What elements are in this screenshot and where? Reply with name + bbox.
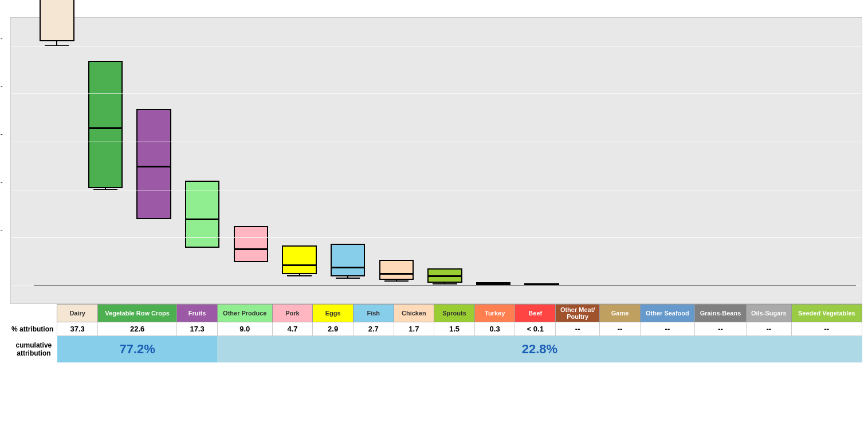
attr-value-13: -- (640, 322, 694, 336)
cat-header-13: Other Seafood (640, 305, 694, 322)
cumulative-row: cumulativeattribution 77.2%22.8% (10, 336, 862, 363)
attr-value-7: 1.7 (394, 322, 434, 336)
category-header-row: DairyVegetable Row CropsFruitsOther Prod… (10, 305, 862, 322)
attr-value-15: -- (747, 322, 792, 336)
cat-header-2: Fruits (177, 305, 218, 322)
chart-container: 0 -10 -20 -30 -40 -50 - DairyVegetable R… (0, 0, 868, 362)
median-line-6 (331, 267, 365, 268)
cat-header-0: Dairy (57, 305, 98, 322)
box-rect-8 (427, 268, 462, 283)
grid-line-20 (11, 190, 862, 190)
whisker-bottom-cap (336, 278, 360, 279)
cumulative-label: cumulativeattribution (10, 336, 57, 363)
grid-line-30 (11, 142, 862, 142)
bottom-table: DairyVegetable Row CropsFruitsOther Prod… (10, 304, 862, 362)
median-line-1 (88, 127, 123, 129)
cat-header-10: Beef (515, 305, 556, 322)
box-rect-4 (234, 226, 268, 262)
median-line-2 (136, 166, 171, 167)
bar-group-8 (422, 24, 468, 286)
bar-group-0 (34, 24, 80, 286)
attr-value-11: -- (556, 322, 600, 336)
bar-group-5 (276, 24, 323, 286)
cat-header-1: Vegetable Row Crops (97, 305, 176, 322)
bar-group-3 (179, 24, 226, 286)
grid-label-20: 20 - (0, 178, 3, 186)
grid-label-10: 10 - (0, 226, 3, 234)
bar-group-4 (228, 24, 274, 286)
attr-value-14: -- (694, 322, 746, 336)
median-line-3 (185, 219, 219, 220)
cat-header-15: Oils-Sugars (747, 305, 792, 322)
cat-header-5: Eggs (313, 305, 354, 322)
bar-group-6 (325, 24, 371, 286)
bars-container (34, 24, 856, 286)
attr-value-5: 2.9 (313, 322, 354, 336)
grid-line-0 (11, 286, 862, 286)
grid-line-40 (11, 93, 862, 94)
attr-value-10: < 0.1 (515, 322, 556, 336)
grid-line-10 (11, 237, 862, 238)
plot-area: 0 -10 -20 -30 -40 -50 - (10, 17, 862, 304)
bar-group-11 (567, 24, 614, 286)
bar-group-16 (810, 24, 856, 286)
y-axis-label (6, 17, 10, 362)
cat-header-11: Other Meat/ Poultry (556, 305, 600, 322)
grid-line-50 (11, 46, 862, 46)
box-rect-2 (136, 109, 171, 219)
grid-label-50: 50 - (0, 34, 3, 42)
whisker-bottom-cap (384, 280, 409, 282)
bar-group-12 (616, 24, 662, 286)
cumulative-left: 77.2% (57, 336, 218, 363)
attr-label: % attribution (10, 322, 57, 336)
bar-group-10 (519, 24, 565, 286)
median-line-7 (379, 273, 414, 275)
grid-label-30: 30 - (0, 130, 3, 138)
cat-header-16: Seeded Vegetables (791, 305, 862, 322)
whisker-bottom-cap (239, 261, 263, 262)
cumulative-right: 22.8% (217, 336, 862, 363)
attr-value-6: 2.7 (353, 322, 394, 336)
whisker-bottom-cap (433, 283, 457, 284)
whisker-bottom-cap (287, 275, 311, 276)
box-rect-7 (379, 260, 414, 280)
cat-header-14: Grains-Beans (694, 305, 746, 322)
box-rect-0 (40, 0, 74, 41)
cat-header-7: Chicken (394, 305, 434, 322)
bar-group-1 (83, 24, 129, 286)
attr-value-8: 1.5 (434, 322, 475, 336)
attr-value-2: 17.3 (177, 322, 218, 336)
median-line-9 (476, 282, 510, 284)
whisker-bottom-cap (142, 218, 166, 219)
box-rect-5 (282, 245, 316, 274)
attr-value-12: -- (600, 322, 641, 336)
empty-label (10, 305, 57, 322)
cat-header-3: Other Produce (217, 305, 272, 322)
median-line-4 (234, 248, 268, 250)
bar-group-9 (470, 24, 517, 286)
plot-wrapper: 0 -10 -20 -30 -40 -50 - DairyVegetable R… (10, 17, 862, 362)
box-rect-1 (88, 61, 123, 188)
cat-header-4: Pork (272, 305, 313, 322)
attr-value-1: 22.6 (97, 322, 176, 336)
attribution-row: % attribution 37.322.617.39.04.72.92.71.… (10, 322, 862, 336)
box-rect-6 (331, 244, 365, 276)
grid-label-40: 40 - (0, 82, 3, 90)
bar-group-7 (373, 24, 419, 286)
cat-header-8: Sprouts (434, 305, 475, 322)
whisker-bottom-cap (190, 247, 214, 248)
attr-value-4: 4.7 (272, 322, 313, 336)
cat-header-6: Fish (353, 305, 394, 322)
cat-header-12: Game (600, 305, 641, 322)
attr-value-9: 0.3 (474, 322, 515, 336)
bar-group-14 (713, 24, 759, 286)
bar-group-15 (761, 24, 808, 286)
attr-value-0: 37.3 (57, 322, 98, 336)
cat-header-9: Turkey (474, 305, 515, 322)
chart-area: 0 -10 -20 -30 -40 -50 - DairyVegetable R… (6, 17, 862, 362)
attr-value-16: -- (791, 322, 862, 336)
bar-group-2 (131, 24, 177, 286)
median-line-5 (282, 264, 316, 266)
bar-group-13 (664, 24, 710, 286)
median-line-8 (427, 275, 462, 277)
